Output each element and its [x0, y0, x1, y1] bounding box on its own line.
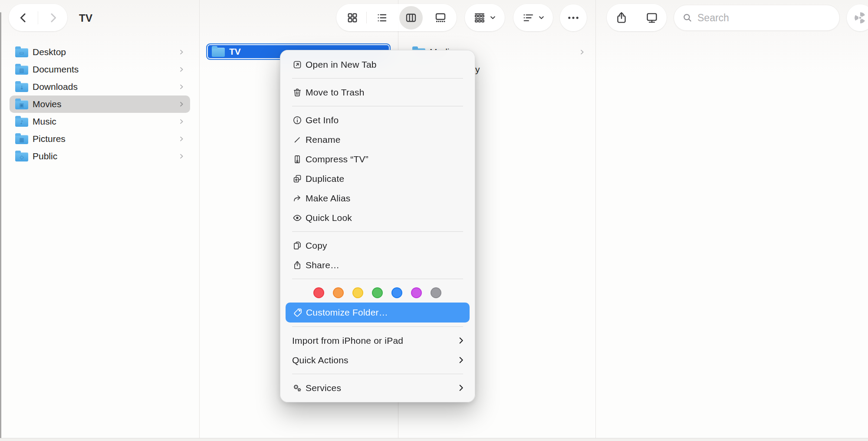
- menu-item-services[interactable]: Services: [280, 378, 475, 398]
- ellipsis-icon: [566, 10, 581, 25]
- tag-yellow[interactable]: [352, 287, 363, 298]
- menu-item-make-alias[interactable]: Make Alias: [280, 188, 475, 208]
- window-title: TV: [79, 0, 92, 36]
- folder-icon: ▣: [15, 100, 28, 109]
- public-emblem-icon: ◇: [15, 152, 28, 161]
- folder-row-downloads[interactable]: ↓ Downloads: [10, 78, 190, 95]
- menu-item-compress[interactable]: Compress “TV”: [280, 149, 475, 169]
- menu-separator: [292, 374, 463, 374]
- display-icon: [645, 11, 659, 25]
- view-gallery-button[interactable]: [426, 4, 455, 31]
- share-icon: [615, 11, 628, 25]
- tag-blue[interactable]: [391, 287, 402, 298]
- chevron-right-icon: [178, 118, 185, 125]
- folder-icon: ▤: [15, 66, 28, 75]
- chevron-right-icon: [579, 49, 585, 56]
- search-input[interactable]: [697, 12, 832, 24]
- music-emblem-icon: ♪: [15, 118, 28, 127]
- folder-icon: ↓: [15, 83, 28, 92]
- view-icons-button[interactable]: [338, 4, 367, 31]
- back-button[interactable]: [9, 4, 38, 31]
- horizontal-scrollbar-track[interactable]: [0, 438, 868, 441]
- folder-icon: ▭: [15, 48, 28, 57]
- copy-icon: [292, 240, 306, 251]
- burn-icon: [853, 10, 868, 25]
- chevron-right-icon: [178, 153, 185, 160]
- menu-item-copy[interactable]: Copy: [280, 236, 475, 255]
- tag-orange[interactable]: [333, 287, 344, 298]
- menu-separator: [292, 326, 463, 327]
- menu-separator: [292, 231, 463, 232]
- folder-icon: ▦: [15, 135, 28, 144]
- sort-menu-button[interactable]: [513, 4, 553, 31]
- desktop-emblem-icon: ▭: [15, 48, 28, 57]
- search-field[interactable]: [674, 5, 840, 31]
- gears-icon: [292, 383, 306, 393]
- trash-icon: [292, 87, 306, 98]
- finder-window: { "theme": { "selection_blue": "#1c6ce3"…: [0, 0, 868, 441]
- folder-row-desktop[interactable]: ▭ Desktop: [10, 43, 190, 61]
- pencil-icon: [292, 135, 306, 145]
- alias-arrow-icon: [292, 193, 306, 204]
- tag-green[interactable]: [372, 287, 383, 298]
- chevron-left-icon: [17, 11, 30, 24]
- search-icon: [682, 12, 693, 23]
- list-view-icon: [375, 11, 388, 24]
- share-button[interactable]: [608, 4, 635, 31]
- chevron-down-icon: [489, 13, 497, 22]
- burn-button[interactable]: [847, 4, 868, 31]
- menu-item-customize-folder[interactable]: Customize Folder…: [286, 303, 470, 323]
- menu-separator: [292, 279, 463, 279]
- documents-emblem-icon: ▤: [15, 66, 28, 75]
- menu-item-get-info[interactable]: Get Info: [280, 110, 475, 130]
- tag-colors-row: [280, 283, 475, 303]
- chevron-down-icon: [537, 13, 546, 22]
- menu-separator: [292, 78, 463, 79]
- nav-buttons: [9, 4, 67, 31]
- group-icon: [473, 11, 487, 25]
- menu-item-duplicate[interactable]: Duplicate: [280, 169, 475, 188]
- forward-button[interactable]: [38, 4, 67, 31]
- tag-gray[interactable]: [431, 287, 441, 298]
- duplicate-icon: [292, 174, 306, 184]
- folder-row-public[interactable]: ◇ Public: [10, 148, 190, 165]
- menu-item-open-in-new-tab[interactable]: Open in New Tab: [280, 55, 475, 74]
- folder-row-pictures[interactable]: ▦ Pictures: [10, 130, 190, 148]
- folder-row-movies[interactable]: ▣ Movies: [10, 95, 190, 113]
- pictures-emblem-icon: ▦: [15, 135, 28, 144]
- grid-view-icon: [346, 11, 359, 24]
- chevron-right-icon: [178, 66, 185, 73]
- submenu-chevron-icon: [457, 336, 465, 345]
- view-list-button[interactable]: [368, 4, 396, 31]
- menu-item-move-to-trash[interactable]: Move to Trash: [280, 82, 475, 102]
- column-view-icon: [404, 11, 418, 24]
- chevron-right-icon: [178, 49, 185, 56]
- context-menu: Open in New Tab Move to Trash Get Info R…: [280, 50, 475, 402]
- open-in-new-tab-icon: [292, 59, 306, 70]
- gallery-view-icon: [434, 11, 447, 24]
- display-button[interactable]: [639, 4, 665, 31]
- folder-row-music[interactable]: ♪ Music: [10, 113, 190, 130]
- folder-row-documents[interactable]: ▤ Documents: [10, 61, 190, 78]
- zip-icon: [292, 154, 306, 165]
- share-toolbar-group: [607, 4, 667, 31]
- menu-item-rename[interactable]: Rename: [280, 130, 475, 149]
- toolbar: TV: [0, 0, 868, 36]
- menu-item-quick-actions[interactable]: Quick Actions: [280, 350, 475, 370]
- tag-red[interactable]: [313, 287, 324, 298]
- sort-list-icon: [521, 11, 535, 25]
- folder-icon: ♪: [15, 118, 28, 127]
- group-by-button[interactable]: [465, 4, 505, 31]
- menu-item-import-from-iphone[interactable]: Import from iPhone or iPad: [280, 331, 475, 350]
- view-columns-button[interactable]: [397, 4, 425, 31]
- menu-separator: [292, 106, 463, 106]
- menu-item-share[interactable]: Share…: [280, 255, 475, 275]
- more-options-button[interactable]: [560, 4, 587, 31]
- info-icon: [292, 115, 306, 125]
- folder-icon: [212, 48, 225, 57]
- movies-emblem-icon: ▣: [15, 100, 28, 109]
- tag-purple[interactable]: [411, 287, 422, 298]
- eye-icon: [292, 213, 306, 223]
- menu-item-quick-look[interactable]: Quick Look: [280, 208, 475, 227]
- downloads-emblem-icon: ↓: [15, 83, 28, 92]
